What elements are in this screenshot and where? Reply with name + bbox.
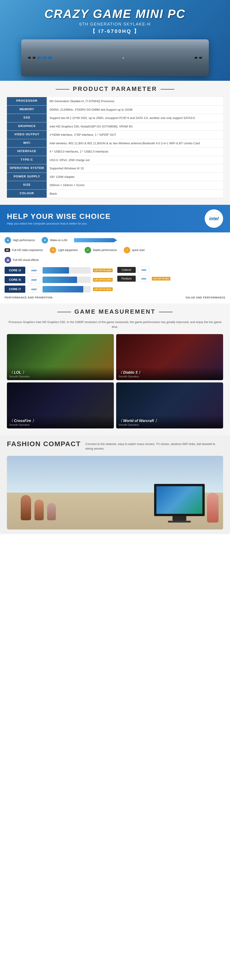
core-bar-container-2 — [43, 286, 90, 293]
param-row: INTERFACE 4 * USB3.0 interfaces, 2 * USB… — [7, 148, 223, 156]
param-label-7: TYPE-C — [7, 156, 47, 164]
perf-icon-light: ☀ Light equipment — [50, 247, 78, 253]
param-row: MEMORY DDR4I, 2133MHz, 2*DDR4 SO-DIMM sl… — [7, 105, 223, 114]
sun-icon: ☀ — [50, 247, 56, 253]
param-label-0: PROCESSOR — [7, 97, 47, 105]
4k-icon: 4K — [5, 248, 10, 252]
params-section: PRODUCT PARAMETER PROCESSOR 6th Generati… — [0, 81, 230, 205]
param-label-2: SSD — [7, 114, 47, 123]
port-sd — [199, 57, 202, 59]
game-title: GAME MEASUREMENT — [7, 308, 223, 315]
perf-icon-wake-on-lan: ⊛ Wake-on-LAN — [42, 237, 67, 243]
value-lift-1: LIFT UP TO 32% — [152, 277, 170, 280]
device-image: ● — [21, 39, 209, 76]
game-smooth-0: Smooth Operation — [9, 375, 111, 378]
param-row: COLOUR Black — [7, 189, 223, 198]
param-label-6: INTERFACE — [7, 148, 47, 156]
perf-icon-4k: 4K Full HD video experience — [5, 247, 43, 253]
hero-section: CRAZY GAME MINI PC 6TH GENERATION SKYLAK… — [0, 0, 230, 81]
perf-icon-stable: ✓ Stable performance — [85, 247, 117, 253]
perf-label-fullhd: Full HD visual effects — [13, 258, 39, 262]
game-smooth-2: Smooth Operation — [9, 423, 111, 426]
tv-frame — [154, 484, 205, 516]
tv-screen — [156, 486, 202, 514]
perf-label-light: Light equipment — [58, 248, 78, 252]
value-label-1: Pentium — [117, 276, 136, 282]
perf-icon-high-performance: ★ High performance — [5, 237, 35, 243]
param-row: OPERATING SYSTEM Supported Windows 8/ 10 — [7, 164, 223, 173]
check-icon: ✓ — [85, 247, 91, 253]
param-label-11: COLOUR — [7, 189, 47, 198]
param-value-0: 6th Generation Skylake-H, I7-6700HQ Proc… — [47, 97, 223, 105]
game-smooth-1: Smooth Operation — [119, 375, 221, 378]
person-3 — [47, 503, 56, 520]
value-label-0: Celeron — [117, 267, 136, 273]
param-value-3: Intel HD Graphics 530, NvidaN16P-GX (GTX… — [47, 122, 223, 131]
perf-footer-left: PERFORMANCE AND PROMOTION — [5, 296, 53, 299]
person-2 — [35, 500, 44, 520]
param-label-3: GRAPHICS — [7, 122, 47, 131]
core-row-0: CORE i3 intel LIFT UP TO 134% — [5, 267, 113, 274]
tv-base — [168, 521, 191, 523]
param-row: PROCESSOR 6th Generation Skylake-H, I7-6… — [7, 97, 223, 105]
perf-icon-quick: ⚡ quick start — [124, 247, 145, 253]
param-row: VIDEO OUTPUT 1*HDMI interface, 1*DP inte… — [7, 131, 223, 139]
perf-label-wake: Wake-on-LAN — [50, 239, 67, 242]
tv-area — [154, 484, 205, 523]
perf-two-col: CORE i3 intel LIFT UP TO 134% CORE i5 in… — [5, 267, 225, 295]
param-value-10: 250mm × 194mm × 51mm — [47, 181, 223, 189]
core-label-1: CORE i5 — [5, 276, 25, 283]
perf-icons-row3: ▣ Full HD visual effects — [5, 257, 225, 263]
game-title-1: 〈 Diablo 3 〉 — [119, 370, 221, 375]
value-badge-1: intel — [138, 275, 149, 282]
game-overlay-1: 〈 Diablo 3 〉 Smooth Operation — [116, 367, 223, 380]
perf-icons-row2: 4K Full HD video experience ☀ Light equi… — [5, 247, 225, 253]
param-value-1: DDR4I, 2133MHz, 2*DDR4 SO-DIMM slot,Supp… — [47, 105, 223, 114]
param-value-6: 4 * USB3.0 interfaces, 2 * USB2.0 interf… — [47, 148, 223, 156]
game-smooth-3: Smooth Operation — [119, 423, 221, 426]
game-title-0: 〈 LOL 〉 — [9, 370, 111, 375]
game-item-0: 〈 LOL 〉 Smooth Operation — [7, 334, 114, 380]
core-bar-fill-1 — [43, 277, 77, 283]
value-badge-0: intel — [138, 267, 149, 273]
fashion-desc: Connect to the network, easy to watch ma… — [85, 440, 223, 452]
person-1 — [21, 495, 31, 520]
intel-badge-0: intel — [28, 267, 40, 274]
port-usb2 — [43, 57, 46, 59]
fashion-header: FASHION COMPACT Connect to the network, … — [7, 440, 223, 452]
param-label-8: OPERATING SYSTEM — [7, 164, 47, 173]
people-group — [21, 495, 56, 520]
fashion-title: FASHION COMPACT — [7, 440, 81, 448]
monitor-icon: ▣ — [5, 257, 11, 263]
game-item-2: 〈 CrossFire 〉 Smooth Operation — [7, 382, 114, 428]
param-label-10: SIZE — [7, 181, 47, 189]
core-lift-1: LIFT UP TO 197% — [93, 278, 113, 282]
param-label-4: VIDEO OUTPUT — [7, 131, 47, 139]
port-usb3 — [48, 57, 52, 59]
perf-footer-right: VALUE AND PERFORMANCE — [186, 296, 225, 299]
device-ports-left — [28, 57, 52, 59]
intel-logo: intel — [205, 209, 223, 228]
game-desc: Processor Graphics Intel HD Graphics 530… — [7, 320, 223, 329]
port-audio — [195, 57, 197, 59]
core-row-1: CORE i5 intel LIFT UP TO 197% — [5, 276, 113, 283]
perf-col-right: Celeron intel Pentium intel LIFT UP TO 3… — [117, 267, 225, 295]
params-table: PROCESSOR 6th Generation Skylake-H, I7-6… — [7, 97, 223, 198]
port-usb1 — [37, 57, 41, 59]
device-body: ● — [21, 39, 209, 76]
perf-label-4k: Full HD video experience — [12, 248, 43, 252]
perf-label-quick: quick start — [132, 248, 145, 252]
hero-subtitle: 6TH GENERATION SKYLAKE-H — [5, 22, 225, 27]
value-row-1: Pentium intel LIFT UP TO 32% — [117, 275, 225, 282]
param-value-4: 1*HDMI interface, 1*DP interface, 1 * S/… — [47, 131, 223, 139]
param-row: GRAPHICS Intel HD Graphics 530, NvidaN16… — [7, 122, 223, 131]
param-value-5: Intel wireless, 802.11,B/G & 802.11,B/G/… — [47, 139, 223, 148]
core-lift-0: LIFT UP TO 134% — [93, 269, 113, 272]
game-title-2: 〈 CrossFire 〉 — [9, 418, 111, 423]
perf-bar — [74, 238, 116, 242]
star-icon: ★ — [5, 237, 11, 243]
core-bar-container-0 — [43, 267, 90, 274]
intel-main-text: HELP YOUR WISE CHOICE — [7, 212, 111, 221]
hero-title: CRAZY GAME MINI PC — [5, 7, 225, 21]
game-title-3: 〈 World of Warcraft 〉 — [119, 418, 221, 423]
